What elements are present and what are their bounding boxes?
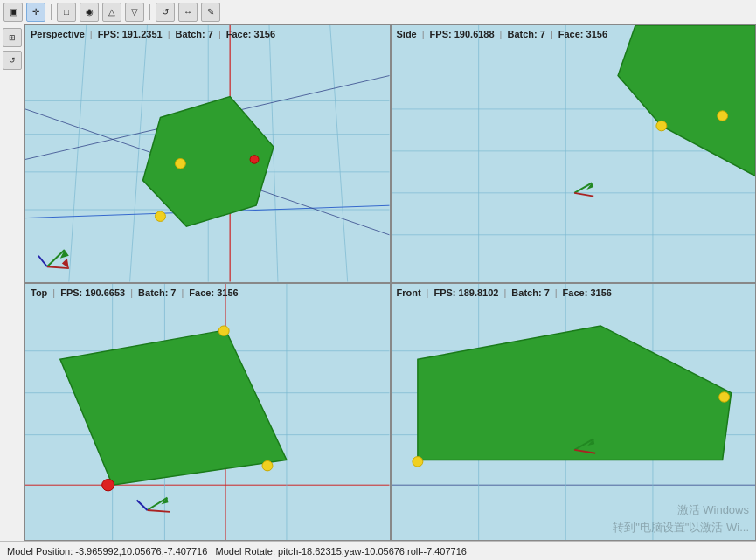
front-batch-label: Batch: 7 xyxy=(511,287,549,298)
front-label: Front | FPS: 189.8102 | Batch: 7 | Face:… xyxy=(397,287,612,298)
model-position-text: Model Position: -3.965992,10.05676,-7.40… xyxy=(7,546,207,557)
circle-tool-btn[interactable]: ◉ xyxy=(80,3,99,22)
side-grid xyxy=(392,25,756,282)
tri-tool-btn[interactable]: △ xyxy=(102,3,121,22)
svg-point-15 xyxy=(175,159,185,169)
toolbar-sep-1 xyxy=(51,4,52,20)
select-tool-btn[interactable]: ▣ xyxy=(3,3,23,22)
move-tool-btn[interactable]: ✛ xyxy=(26,3,45,22)
viewport-front[interactable]: Front | FPS: 189.8102 | Batch: 7 | Face:… xyxy=(391,283,757,542)
front-face-label: Face: 3156 xyxy=(563,287,612,298)
front-grid xyxy=(392,284,756,541)
model-rotate-text: Model Rotate: pitch-18.62315,yaw-10.0567… xyxy=(216,546,467,557)
svg-point-16 xyxy=(250,156,259,164)
svg-point-32 xyxy=(655,121,666,131)
viewport-side[interactable]: Side | FPS: 190.6188 | Batch: 7 | Face: … xyxy=(391,24,757,283)
tri2-tool-btn[interactable]: ▽ xyxy=(125,3,144,22)
top-face-label: Face: 3156 xyxy=(189,287,238,298)
perspective-label: Perspective | FPS: 191.2351 | Batch: 7 |… xyxy=(31,29,275,39)
top-fps-label: FPS: 190.6653 xyxy=(60,287,125,298)
top-label: Top | FPS: 190.6653 | Batch: 7 | Face: 3… xyxy=(31,287,239,298)
front-fps-label: FPS: 189.8102 xyxy=(433,287,498,298)
toolbar-sep-2 xyxy=(149,4,150,20)
perspective-batch-label: Batch: 7 xyxy=(176,29,213,39)
svg-point-17 xyxy=(155,211,165,222)
status-bar: Model Position: -3.965992,10.05676,-7.40… xyxy=(0,541,756,560)
front-view-name: Front xyxy=(397,287,421,298)
svg-point-64 xyxy=(718,391,729,402)
viewport-top[interactable]: Top | FPS: 190.6653 | Batch: 7 | Face: 3… xyxy=(24,283,391,542)
top-view-name: Top xyxy=(31,287,47,298)
toolbar: ▣ ✛ □ ◉ △ ▽ ↺ ↔ ✎ xyxy=(0,0,756,24)
left-sidebar: ⊞ ↺ xyxy=(0,24,24,541)
box-tool-btn[interactable]: □ xyxy=(57,3,76,22)
side-fps-label: FPS: 190.6188 xyxy=(430,29,495,39)
sidebar-select-btn[interactable]: ⊞ xyxy=(3,28,22,47)
rotate-tool-btn[interactable]: ↺ xyxy=(156,3,175,22)
viewport-container: Perspective | FPS: 191.2351 | Batch: 7 |… xyxy=(24,24,756,541)
perspective-fps-label: FPS: 191.2351 xyxy=(98,29,163,39)
viewport-perspective[interactable]: Perspective | FPS: 191.2351 | Batch: 7 |… xyxy=(24,24,391,283)
svg-point-47 xyxy=(218,325,229,335)
side-label: Side | FPS: 190.6188 | Batch: 7 | Face: … xyxy=(397,29,608,39)
svg-point-49 xyxy=(102,479,114,490)
side-batch-label: Batch: 7 xyxy=(507,29,544,39)
sidebar-rotate-btn[interactable]: ↺ xyxy=(3,51,22,70)
edit-tool-btn[interactable]: ✎ xyxy=(201,3,220,22)
side-face-label: Face: 3156 xyxy=(558,29,607,39)
perspective-face-label: Face: 3156 xyxy=(226,29,275,39)
scale-tool-btn[interactable]: ↔ xyxy=(178,3,198,22)
svg-point-48 xyxy=(262,460,273,471)
top-grid xyxy=(25,284,390,541)
top-batch-label: Batch: 7 xyxy=(138,287,176,298)
perspective-grid xyxy=(25,25,390,282)
side-view-name: Side xyxy=(397,29,417,39)
svg-point-33 xyxy=(717,111,727,121)
perspective-view-name: Perspective xyxy=(31,29,85,39)
svg-point-63 xyxy=(412,456,422,467)
